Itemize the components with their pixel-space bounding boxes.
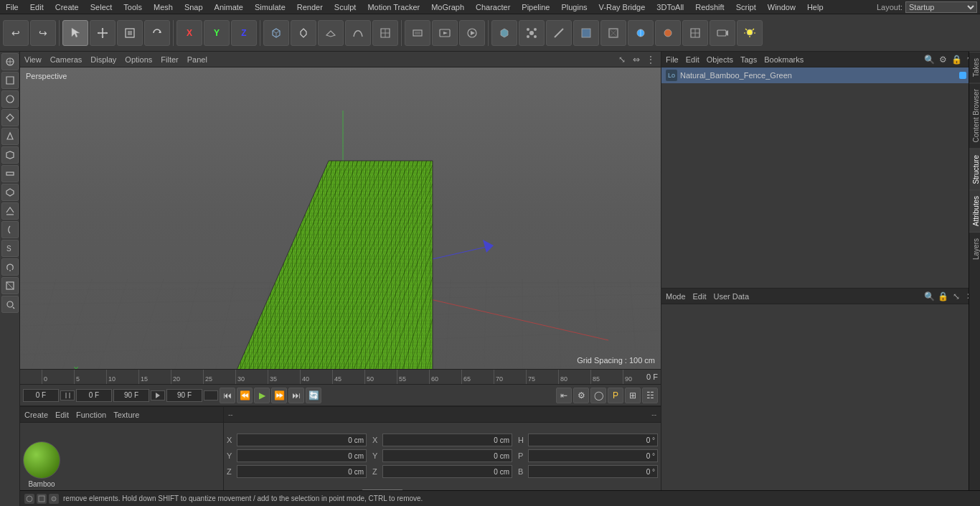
menu-mograph[interactable]: MoGraph: [425, 1, 470, 13]
menu-edit[interactable]: Edit: [24, 1, 50, 13]
om-edit[interactable]: Edit: [686, 55, 699, 64]
material-item[interactable]: Bamboo: [23, 441, 60, 488]
tab-takes[interactable]: Takes: [969, 52, 980, 83]
om-objects[interactable]: Objects: [707, 55, 733, 64]
preview-stepper[interactable]: [204, 390, 218, 400]
rotate-tool-button[interactable]: [144, 20, 170, 46]
tool-12[interactable]: [1, 258, 19, 276]
render-region-button[interactable]: [405, 20, 430, 46]
menu-pipeline[interactable]: Pipeline: [516, 1, 555, 13]
vp-icon-arrow[interactable]: ⇔: [631, 54, 642, 65]
y-position-input[interactable]: [237, 449, 367, 462]
menu-window[interactable]: Window: [762, 1, 801, 13]
menu-character[interactable]: Character: [470, 1, 516, 13]
z-position-input[interactable]: [237, 465, 367, 478]
mat-function[interactable]: Function: [76, 411, 106, 419]
go-start-button[interactable]: ⏮: [220, 388, 235, 403]
poly-mode-button[interactable]: [573, 20, 599, 46]
end-frame-input[interactable]: [113, 389, 149, 402]
vh-cameras[interactable]: Cameras: [50, 55, 83, 64]
x-size-input[interactable]: [382, 434, 512, 446]
step-back-button[interactable]: ⏪: [237, 388, 253, 403]
poly-button[interactable]: [291, 20, 316, 46]
om-file[interactable]: File: [666, 55, 679, 64]
vp-icon-dots[interactable]: ⋮: [645, 54, 656, 65]
menu-render[interactable]: Render: [291, 1, 329, 13]
mat-edit[interactable]: Edit: [55, 411, 69, 419]
status-icon-2[interactable]: [37, 494, 47, 504]
loop-button[interactable]: 🔄: [306, 388, 321, 403]
undo-button[interactable]: ↩: [3, 20, 29, 46]
render-button[interactable]: [459, 20, 485, 46]
frame-stepper[interactable]: [60, 390, 75, 400]
menu-tools[interactable]: Tools: [118, 1, 148, 13]
menu-simulate[interactable]: Simulate: [249, 1, 291, 13]
menu-file[interactable]: File: [0, 1, 24, 13]
tool-3[interactable]: [1, 90, 19, 108]
tool-5[interactable]: [1, 128, 19, 145]
current-frame-input[interactable]: [76, 389, 112, 402]
tool-13[interactable]: [1, 277, 19, 294]
play-button[interactable]: ▶: [254, 388, 270, 403]
mat-texture[interactable]: Texture: [113, 411, 139, 419]
attr-expand-icon[interactable]: ⤡: [951, 291, 962, 302]
3d-viewport[interactable]: X Y Z Perspective Grid Spacing : 100 cm: [20, 67, 661, 369]
spline-button[interactable]: [345, 20, 371, 46]
end-frame-stepper[interactable]: [151, 390, 165, 400]
menu-snap[interactable]: Snap: [179, 1, 209, 13]
texture-mode-button[interactable]: [600, 20, 626, 46]
attr-edit[interactable]: Edit: [693, 292, 707, 301]
p-input[interactable]: [528, 449, 658, 462]
mat-create[interactable]: Create: [24, 411, 48, 419]
camera-btn[interactable]: [710, 20, 735, 46]
layout-select[interactable]: Startup Standard: [905, 1, 977, 13]
vp-icon-maximize[interactable]: ⤡: [616, 54, 628, 65]
point-mode-button[interactable]: [519, 20, 545, 46]
om-lock-icon[interactable]: 🔒: [951, 54, 962, 65]
subdivide-button[interactable]: [372, 20, 398, 46]
y-axis-button[interactable]: Y: [204, 20, 230, 46]
pb-tool-3[interactable]: ◯: [590, 388, 606, 403]
tool-14[interactable]: [1, 296, 19, 313]
status-icon-3[interactable]: [49, 494, 59, 504]
preview-end-frame-input[interactable]: [166, 389, 202, 402]
step-forward-button[interactable]: ⏩: [271, 388, 287, 403]
z-axis-button[interactable]: Z: [231, 20, 257, 46]
menu-motion-tracker[interactable]: Motion Tracker: [362, 1, 425, 13]
menu-script[interactable]: Script: [730, 1, 762, 13]
om-config-icon[interactable]: ⚙: [937, 54, 948, 65]
vh-options[interactable]: Options: [125, 55, 152, 64]
render-preview-button[interactable]: [432, 20, 458, 46]
edge-mode-button[interactable]: [546, 20, 572, 46]
grid-btn[interactable]: [682, 20, 708, 46]
tool-4[interactable]: [1, 109, 19, 126]
tool-6[interactable]: [1, 146, 19, 164]
tool-1[interactable]: [1, 53, 19, 70]
timeline[interactable]: 0 5 10 15 20 25 30 35 40 45 50 55 60 65 …: [20, 369, 661, 385]
tool-7[interactable]: [1, 165, 19, 182]
om-search-icon[interactable]: 🔍: [923, 54, 935, 65]
z-size-input[interactable]: [382, 465, 512, 478]
attr-lock-icon[interactable]: 🔒: [937, 291, 948, 302]
move-tool-button[interactable]: [90, 20, 116, 46]
h-input[interactable]: [528, 434, 658, 446]
plane-button[interactable]: [318, 20, 344, 46]
cube-button[interactable]: [263, 20, 289, 46]
paint-button[interactable]: [628, 20, 654, 46]
x-axis-button[interactable]: X: [176, 20, 202, 46]
scale-tool-button[interactable]: [117, 20, 143, 46]
menu-animate[interactable]: Animate: [209, 1, 249, 13]
vh-display[interactable]: Display: [90, 55, 116, 64]
pb-tool-1[interactable]: ⇤: [556, 388, 572, 403]
redo-button[interactable]: ↪: [30, 20, 56, 46]
y-size-input[interactable]: [382, 449, 512, 462]
vh-panel[interactable]: Panel: [187, 55, 207, 64]
light-btn[interactable]: [737, 20, 763, 46]
vh-filter[interactable]: Filter: [161, 55, 178, 64]
sculpt-btn[interactable]: [655, 20, 681, 46]
tool-2[interactable]: [1, 72, 19, 89]
pb-tool-2[interactable]: ⚙: [573, 388, 589, 403]
tab-structure[interactable]: Structure: [969, 149, 980, 190]
menu-plugins[interactable]: Plugins: [555, 1, 593, 13]
pb-tool-4[interactable]: P: [608, 388, 623, 403]
